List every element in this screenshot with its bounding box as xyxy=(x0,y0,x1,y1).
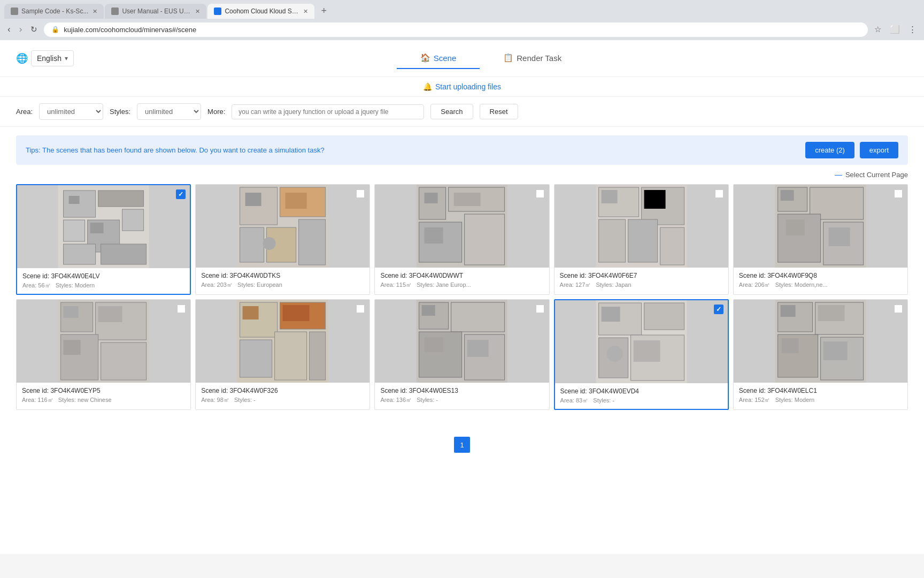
svg-rect-8 xyxy=(69,196,80,204)
scene-card-2-checkbox[interactable] xyxy=(356,189,365,199)
more-input[interactable] xyxy=(232,104,424,119)
svg-rect-50 xyxy=(64,340,81,355)
bookmark-button[interactable]: ☆ xyxy=(872,22,883,36)
svg-rect-32 xyxy=(660,227,684,265)
scene-tab-icon: 🏠 xyxy=(420,53,430,63)
svg-rect-49 xyxy=(98,306,122,322)
svg-rect-57 xyxy=(243,306,259,320)
svg-rect-34 xyxy=(644,190,665,209)
select-page-row: — Select Current Page xyxy=(0,165,924,182)
svg-rect-80 xyxy=(780,305,795,317)
render-tab-label: Render Task xyxy=(517,54,561,63)
export-button[interactable]: export xyxy=(860,142,898,158)
extensions-button[interactable]: ⬜ xyxy=(888,22,902,36)
scene-card-1-info: Scene id: 3FO4K4W0E4LV Area: 56㎡ Styles:… xyxy=(17,268,190,294)
scene-card-6-id: Scene id: 3FO4K4W0EYP5 xyxy=(22,387,185,394)
scene-card-8-checkbox[interactable] xyxy=(535,304,545,314)
tab-2-close[interactable]: ✕ xyxy=(195,8,200,15)
svg-rect-33 xyxy=(601,190,617,203)
lock-icon: 🔒 xyxy=(51,26,59,33)
scene-card-2-image xyxy=(196,185,369,268)
tab-render[interactable]: 📋 Render Task xyxy=(480,48,585,69)
lang-label: English xyxy=(37,54,61,63)
scene-card-3-checkbox[interactable] xyxy=(535,189,545,199)
pagination: 1 xyxy=(0,428,924,461)
scene-card-2[interactable]: Scene id: 3FO4K4W0DTKS Area: 203㎡ Styles… xyxy=(195,184,370,295)
svg-rect-48 xyxy=(64,306,79,318)
svg-rect-17 xyxy=(286,193,307,209)
scene-card-1-checkbox[interactable]: ✓ xyxy=(176,189,186,199)
search-button[interactable]: Search xyxy=(430,104,473,119)
svg-rect-69 xyxy=(644,303,684,330)
scene-card-8-meta: Area: 136㎡ Styles: - xyxy=(380,396,543,404)
scene-card-5-checkbox[interactable] xyxy=(894,189,903,199)
scene-card-10-checkbox[interactable] xyxy=(894,304,903,314)
lang-selector[interactable]: English ▾ xyxy=(31,50,74,66)
create-button[interactable]: create (2) xyxy=(805,142,854,158)
menu-button[interactable]: ⋮ xyxy=(906,22,919,36)
scene-card-8[interactable]: Scene id: 3FO4K4W0ES13 Area: 136㎡ Styles… xyxy=(374,299,549,410)
app-wrapper: 🌐 English ▾ 🏠 Scene 📋 Render Task 🔔 Star… xyxy=(0,40,924,554)
scene-card-6[interactable]: Scene id: 3FO4K4W0EYP5 Area: 116㎡ Styles… xyxy=(16,299,191,410)
reload-button[interactable]: ↻ xyxy=(28,22,40,36)
render-tab-icon: 📋 xyxy=(503,53,513,63)
styles-label: Styles: xyxy=(110,108,130,116)
scene-card-9-id: Scene id: 3FO4K4W0EVD4 xyxy=(560,387,722,395)
svg-rect-15 xyxy=(299,219,326,265)
scene-card-3[interactable]: Scene id: 3FO4K4W0DWWT Area: 115㎡ Styles… xyxy=(374,184,549,295)
globe-icon: 🌐 xyxy=(16,52,28,64)
scene-card-1[interactable]: Scene id: 3FO4K4W0E4LV Area: 56㎡ Styles:… xyxy=(16,184,191,295)
svg-point-18 xyxy=(263,237,276,250)
scene-card-9-info: Scene id: 3FO4K4W0EVD4 Area: 83㎡ Styles:… xyxy=(555,383,728,409)
scene-card-6-meta: Area: 116㎡ Styles: new Chinese xyxy=(22,396,185,404)
area-select[interactable]: unlimited xyxy=(39,103,103,120)
scene-card-7[interactable]: Scene id: 3FO4K4W0F326 Area: 98㎡ Styles:… xyxy=(195,299,370,410)
tab-scene[interactable]: 🏠 Scene xyxy=(397,48,480,69)
scene-card-9-meta: Area: 83㎡ Styles: - xyxy=(560,397,722,405)
scene-tab-label: Scene xyxy=(434,54,457,63)
svg-rect-81 xyxy=(818,305,844,321)
scene-card-8-info: Scene id: 3FO4K4W0ES13 Area: 136㎡ Styles… xyxy=(375,383,549,408)
bell-icon: 🔔 xyxy=(423,82,432,91)
scene-card-1-image xyxy=(17,185,190,268)
scene-card-9[interactable]: Scene id: 3FO4K4W0EVD4 Area: 83㎡ Styles:… xyxy=(554,299,729,410)
back-button[interactable]: ‹ xyxy=(5,22,13,37)
svg-rect-40 xyxy=(780,190,794,201)
scene-card-7-info: Scene id: 3FO4K4W0F326 Area: 98㎡ Styles:… xyxy=(196,383,369,408)
scene-card-2-id: Scene id: 3FO4K4W0DTKS xyxy=(201,272,364,279)
scene-card-2-info: Scene id: 3FO4K4W0DTKS Area: 203㎡ Styles… xyxy=(196,268,369,293)
tab-1-close[interactable]: ✕ xyxy=(93,8,97,15)
tips-actions: create (2) export xyxy=(805,142,898,158)
tab-3[interactable]: Coohom Cloud Kloud Scene ✕ xyxy=(207,4,314,19)
tab-2[interactable]: User Manual - EUS User Man... ✕ xyxy=(105,4,206,19)
scene-card-10[interactable]: Scene id: 3FO4K4W0ELC1 Area: 152㎡ Styles… xyxy=(733,299,908,410)
scene-card-6-checkbox[interactable] xyxy=(176,304,186,314)
reset-button[interactable]: Reset xyxy=(480,104,518,119)
scene-card-1-id: Scene id: 3FO4K4W0E4LV xyxy=(22,272,184,280)
page-1-button[interactable]: 1 xyxy=(454,437,470,453)
address-bar[interactable]: 🔒 kujiale.com/coohomcloud/minervas#/scen… xyxy=(44,22,868,37)
scene-card-4[interactable]: Scene id: 3FO4K4W0F6E7 Area: 127㎡ Styles… xyxy=(554,184,729,295)
scene-card-6-info: Scene id: 3FO4K4W0EYP5 Area: 116㎡ Styles… xyxy=(17,383,190,408)
scene-card-10-id: Scene id: 3FO4K4W0ELC1 xyxy=(739,387,902,394)
scene-card-3-meta: Area: 115㎡ Styles: Jane Europ... xyxy=(380,281,543,289)
tab-bar: Sample Code - Ks-Sc... ✕ User Manual - E… xyxy=(0,0,924,19)
scene-card-3-image xyxy=(375,185,549,268)
svg-rect-65 xyxy=(425,337,443,352)
tab-1[interactable]: Sample Code - Ks-Sc... ✕ xyxy=(4,4,104,19)
svg-rect-24 xyxy=(425,193,438,203)
tab-3-close[interactable]: ✕ xyxy=(303,8,308,15)
scene-card-10-image xyxy=(734,300,907,383)
scene-card-5[interactable]: Scene id: 3FO4K4W0F9Q8 Area: 206㎡ Styles… xyxy=(733,184,908,295)
notification-bar: 🔔 Start uploading files xyxy=(0,77,924,97)
scene-card-7-checkbox[interactable] xyxy=(356,304,365,314)
address-bar-row: ‹ › ↻ 🔒 kujiale.com/coohomcloud/minervas… xyxy=(0,19,924,40)
scene-card-4-checkbox[interactable] xyxy=(714,189,724,199)
scene-card-3-id: Scene id: 3FO4K4W0DWWT xyxy=(380,272,543,279)
forward-button[interactable]: › xyxy=(17,22,25,37)
scene-card-9-checkbox[interactable]: ✓ xyxy=(714,305,723,314)
tab-2-label: User Manual - EUS User Man... xyxy=(122,7,191,15)
styles-select[interactable]: unlimited xyxy=(137,103,201,120)
svg-rect-30 xyxy=(598,219,625,262)
new-tab-button[interactable]: + xyxy=(315,3,332,19)
